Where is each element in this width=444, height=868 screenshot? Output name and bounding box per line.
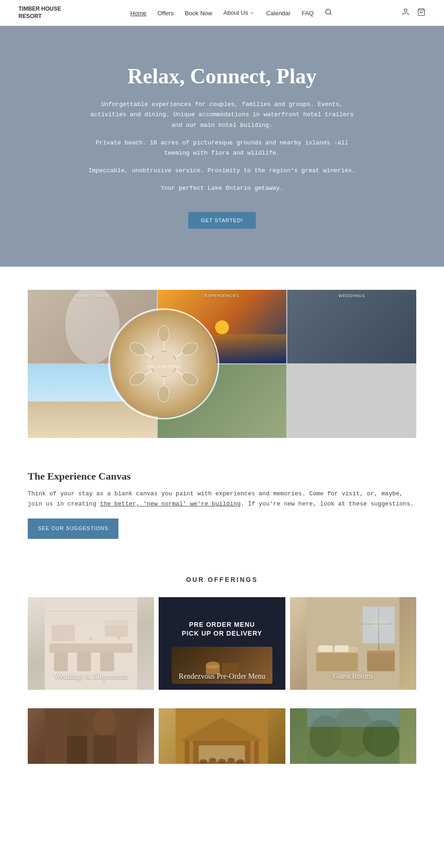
svg-rect-26	[54, 653, 68, 671]
nav-faq[interactable]: FAQ	[302, 10, 314, 17]
gallery-section: EVENT VENUE EXPERIENCES WEDDINGS	[0, 290, 444, 452]
hero-paragraph-3: Impeccable, unobtrusive service. Proximi…	[83, 166, 361, 176]
hero-title: Relax, Connect, Play	[83, 64, 361, 88]
svg-point-17	[160, 375, 167, 378]
svg-rect-56	[93, 735, 117, 764]
experience-text: Think of your stay as a blank canvas you…	[28, 489, 416, 509]
svg-line-10	[176, 353, 183, 357]
svg-rect-28	[100, 653, 114, 671]
nav-about-us[interactable]: About Us	[223, 9, 255, 16]
people-decoration	[28, 708, 154, 764]
collage-label-weddings: WEDDINGS	[339, 293, 365, 298]
offerings-grid: Weddings & Elopements PRE ORDER MENUPICK…	[28, 597, 416, 690]
spacer-1	[0, 267, 444, 290]
svg-rect-45	[367, 653, 395, 671]
collage-label-experiences: EXPERIENCES	[204, 293, 239, 298]
preorder-text-block: PRE ORDER MENUPICK UP OR DELIVERY	[175, 611, 269, 647]
experience-link[interactable]: the better, 'new normal' we're building	[100, 500, 240, 507]
svg-text:SEE OUR TEAM: SEE OUR TEAM	[147, 364, 180, 368]
svg-rect-43	[318, 645, 332, 652]
svg-point-65	[218, 759, 226, 763]
cart-icon[interactable]	[417, 8, 426, 18]
svg-rect-27	[77, 653, 91, 671]
svg-line-13	[176, 371, 183, 375]
bottom-card-nature[interactable]	[290, 708, 416, 764]
offering-card-rooms[interactable]: Guest Rooms	[290, 597, 416, 690]
svg-point-11	[172, 354, 178, 362]
svg-point-53	[67, 712, 87, 737]
svg-point-23	[150, 354, 156, 362]
bottom-card-people[interactable]	[28, 708, 154, 764]
svg-point-34	[117, 636, 121, 640]
chevron-down-icon	[249, 10, 255, 16]
offering-card-weddings[interactable]: Weddings & Elopements	[28, 597, 154, 690]
svg-point-55	[93, 708, 117, 736]
user-icon[interactable]	[401, 8, 410, 18]
nav-offers[interactable]: Offers	[158, 10, 174, 17]
glasses-animation: SEE OUR TEAM	[117, 318, 210, 410]
circle-inner: SEE OUR TEAM	[111, 311, 217, 417]
svg-point-8	[160, 350, 167, 353]
hero-content: Relax, Connect, Play Unforgettable exper…	[83, 64, 361, 229]
pavilion-decoration	[159, 708, 285, 764]
navbar: TIMBER HOUSE RESORT Home Offers Book Now…	[0, 0, 444, 26]
offering-label-preorder: Rendezvous Pre-Order Menu	[159, 672, 285, 681]
sun-decoration	[215, 320, 229, 334]
svg-rect-44	[334, 645, 348, 652]
logo: TIMBER HOUSE RESORT	[18, 6, 61, 20]
nav-home[interactable]: Home	[130, 10, 147, 17]
svg-point-33	[89, 637, 93, 641]
preorder-title: PRE ORDER MENUPICK UP OR DELIVERY	[182, 620, 262, 638]
svg-point-64	[209, 758, 216, 762]
offerings-title: OUR OFFERINGS	[28, 576, 416, 583]
offering-label-weddings: Weddings & Elopements	[28, 672, 154, 681]
svg-rect-54	[67, 736, 87, 764]
svg-line-1	[330, 13, 331, 15]
get-started-button[interactable]: GET STARTED!	[188, 212, 256, 229]
offering-label-rooms: Guest Rooms	[290, 672, 416, 681]
bottom-card-pavilion[interactable]	[159, 708, 285, 764]
svg-point-2	[404, 9, 407, 12]
svg-point-12	[180, 370, 200, 388]
collage-grid: EVENT VENUE EXPERIENCES WEDDINGS	[28, 290, 416, 438]
svg-point-63	[200, 759, 207, 764]
nature-decoration	[290, 708, 416, 764]
svg-point-18	[128, 370, 148, 388]
svg-line-19	[145, 371, 152, 375]
collage-cell-couple[interactable]: WEDDINGS	[287, 290, 416, 363]
bottom-row	[0, 708, 444, 782]
hero-paragraph-2: Private beach. 16 acres of picturesque g…	[83, 138, 361, 158]
hero-section: Relax, Connect, Play Unforgettable exper…	[0, 26, 444, 267]
nav-book-now[interactable]: Book Now	[185, 10, 212, 17]
svg-point-39	[206, 662, 220, 669]
svg-point-66	[228, 758, 235, 762]
offerings-section: OUR OFFERINGS Weddings &	[0, 557, 444, 708]
see-suggestions-button[interactable]: SEE OUR SUGGESTIONS	[28, 518, 118, 538]
gallery-collage: EVENT VENUE EXPERIENCES WEDDINGS	[28, 290, 416, 438]
hero-paragraph-4: Your perfect Lake Ontario getaway.	[83, 183, 361, 194]
experience-section: The Experience Canvas Think of your stay…	[0, 452, 444, 557]
svg-point-6	[158, 325, 169, 342]
svg-point-9	[180, 340, 200, 358]
svg-point-21	[128, 340, 148, 358]
svg-rect-46	[367, 650, 395, 654]
nav-links: Home Offers Book Now About Us Calendar F…	[130, 8, 332, 18]
svg-point-67	[237, 759, 244, 764]
experience-title: The Experience Canvas	[28, 470, 416, 482]
svg-line-22	[145, 353, 152, 357]
svg-rect-60	[190, 741, 193, 764]
svg-rect-52	[45, 708, 137, 764]
svg-rect-61	[251, 741, 254, 764]
circle-overlay[interactable]: SEE OUR TEAM	[108, 308, 219, 419]
svg-point-0	[326, 9, 331, 14]
search-icon[interactable]	[325, 9, 332, 17]
hero-paragraph-1: Unforgettable experiences for couples, f…	[83, 100, 361, 130]
nav-calendar[interactable]: Calendar	[266, 10, 290, 17]
offering-card-preorder[interactable]: PRE ORDER MENUPICK UP OR DELIVERY Rendez…	[159, 597, 285, 690]
nav-account-cart	[401, 8, 426, 18]
svg-rect-29	[49, 643, 133, 653]
svg-point-32	[62, 638, 65, 642]
svg-rect-72	[307, 708, 399, 727]
svg-point-15	[158, 386, 169, 402]
